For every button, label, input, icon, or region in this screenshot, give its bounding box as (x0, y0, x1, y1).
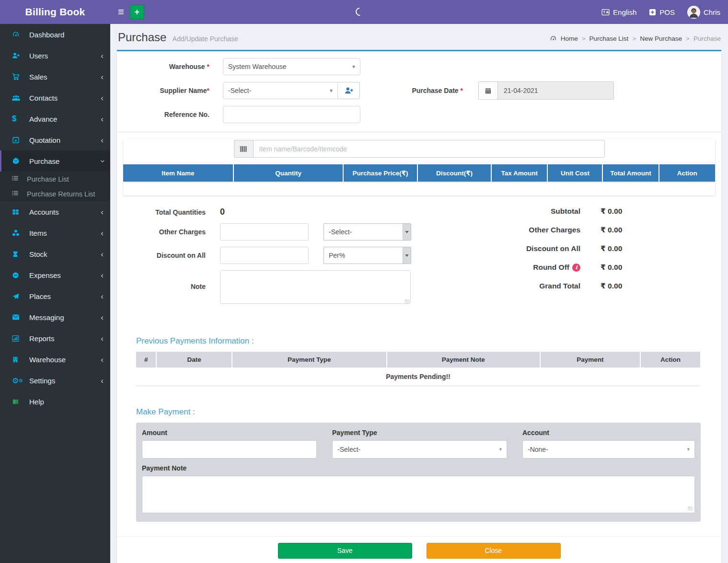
sidebar-item-help[interactable]: Help (0, 391, 110, 412)
sidebar-item-settings[interactable]: ⚙⚙ Settings ‹ (0, 370, 110, 391)
app-logo[interactable]: Billing Book (0, 0, 110, 24)
chevron-left-icon: ‹ (101, 334, 104, 343)
language-menu[interactable]: English (601, 8, 636, 16)
item-search-input[interactable] (253, 140, 605, 158)
page-subtitle: Add/Update Purchase (173, 35, 238, 43)
note-textarea[interactable] (220, 270, 411, 304)
other-charges-type-select[interactable]: -Select- (324, 223, 411, 241)
sidebar-item-reports[interactable]: Reports ‹ (0, 328, 110, 349)
user-plus-icon (344, 86, 354, 95)
payments-header-row: # Date Payment Type Payment Note Payment… (136, 352, 700, 368)
sidebar-subitem-label: Purchase List (27, 175, 69, 183)
supplier-label: Supplier Name* (117, 87, 209, 94)
sidebar-item-sales[interactable]: Sales ‹ (0, 66, 110, 87)
user-menu[interactable]: Chris (687, 6, 720, 19)
sidebar-item-items[interactable]: Items ‹ (0, 222, 110, 243)
sidebar-subitem-purchase-list[interactable]: Purchase List (0, 172, 110, 186)
sidebar-toggle-icon[interactable]: ≡ (118, 7, 124, 17)
sidebar-subitem-purchase-returns-list[interactable]: Purchase Returns List (0, 186, 110, 201)
payment-type-select[interactable]: -Select- ▾ (332, 440, 507, 459)
building-icon (12, 356, 23, 363)
sidebar-item-label: Quotation (29, 136, 60, 144)
sidebar-item-messaging[interactable]: Messaging ‹ (0, 307, 110, 328)
discount-total-value: ₹ 0.00 (601, 244, 650, 253)
sidebar-item-label: Stock (29, 250, 47, 258)
page-title: Purchase (118, 31, 166, 44)
info-icon[interactable]: i (572, 264, 580, 272)
sidebar-item-label: Dashboard (29, 31, 64, 39)
purchase-form-panel: Warehouse * System Warehouse ▾ Supplier … (117, 50, 721, 563)
resize-grip[interactable] (688, 506, 693, 511)
items-table-header-row: Item Name Quantity Purchase Price(₹) Dis… (123, 164, 715, 182)
language-label: English (613, 8, 636, 16)
account-select[interactable]: -None- ▾ (522, 440, 695, 459)
breadcrumb-new-purchase[interactable]: New Purchase (640, 35, 682, 42)
add-supplier-button[interactable] (338, 82, 360, 99)
resize-grip[interactable] (405, 299, 409, 304)
payment-type-value: -Select- (337, 446, 360, 453)
sidebar-item-purchase[interactable]: Purchase ‹ (0, 150, 110, 172)
round-off-value: ₹ 0.00 (601, 263, 650, 272)
sidebar-item-stock[interactable]: Stock ‹ (0, 243, 110, 264)
other-charges-input[interactable] (220, 223, 309, 241)
sidebar-item-users[interactable]: Users ‹ (0, 45, 110, 66)
chevron-left-icon: ‹ (101, 292, 104, 300)
sidebar-item-label: Sales (29, 73, 47, 81)
chevron-left-icon: ‹ (101, 250, 104, 258)
chevron-down-icon: ‹ (98, 160, 106, 162)
breadcrumb-purchase-list[interactable]: Purchase List (589, 35, 629, 42)
make-payment-panel: Amount Payment Type -Select- ▾ Account -… (136, 423, 701, 522)
sidebar-item-expenses[interactable]: Expenses ‹ (0, 264, 110, 286)
sidebar-item-label: Reports (29, 334, 55, 343)
discount-on-all-input[interactable] (220, 247, 309, 264)
warehouse-select[interactable]: System Warehouse ▾ (223, 58, 360, 75)
breadcrumb-home[interactable]: Home (561, 35, 578, 42)
envelope-icon (12, 314, 23, 321)
other-charges-total-label: Other Charges (459, 226, 580, 234)
form-actions: Save Close (117, 536, 721, 563)
required-marker: * (207, 87, 209, 94)
chevron-left-icon: ‹ (101, 377, 104, 385)
save-button[interactable]: Save (278, 543, 412, 559)
col-discount: Discount(₹) (417, 164, 491, 182)
make-payment-grid: Amount Payment Type -Select- ▾ Account -… (142, 429, 695, 459)
supplier-select[interactable]: -Select- ▾ (223, 82, 338, 99)
list-icon (12, 190, 21, 198)
grand-total-row: Grand Total ₹ 0.00 (459, 282, 650, 290)
sidebar-item-label: Expenses (29, 271, 61, 279)
payment-type-field-group: Payment Type -Select- ▾ (332, 429, 507, 459)
sidebar-item-label: Users (29, 52, 48, 60)
topbar-left: ≡ + (110, 0, 144, 24)
quick-add-button[interactable]: + (130, 5, 144, 19)
chevron-left-icon: ‹ (101, 313, 104, 322)
pos-menu[interactable]: POS (649, 8, 675, 16)
amount-input[interactable] (142, 440, 317, 459)
grand-total-value: ₹ 0.00 (601, 282, 650, 290)
chevron-left-icon: ‹ (101, 94, 104, 102)
breadcrumb-separator: > (632, 35, 636, 42)
caret-down-icon (403, 224, 411, 240)
sidebar-item-contacts[interactable]: Contacts ‹ (0, 87, 110, 108)
sidebar-item-advance[interactable]: $ Advance ‹ (0, 108, 110, 129)
reference-input[interactable] (223, 106, 360, 123)
payment-note-textarea[interactable] (142, 476, 695, 513)
purchase-date-input[interactable]: 21-04-2021 (498, 82, 613, 99)
calendar-icon (479, 82, 498, 99)
sidebar-item-warehouse[interactable]: Warehouse ‹ (0, 349, 110, 370)
sidebar-item-accounts[interactable]: Accounts ‹ (0, 201, 110, 222)
close-button[interactable]: Close (427, 543, 561, 559)
sidebar-item-label: Places (29, 292, 51, 300)
language-icon (601, 9, 610, 16)
discount-type-select[interactable]: Per% (324, 247, 411, 264)
chevron-left-icon: ‹ (101, 271, 104, 279)
loading-spinner-icon (354, 6, 366, 18)
sidebar-item-places[interactable]: Places ‹ (0, 286, 110, 307)
supplier-select-value: -Select- (228, 87, 251, 94)
sidebar-item-dashboard[interactable]: Dashboard (0, 24, 110, 45)
chevron-left-icon: ‹ (101, 136, 104, 144)
bar-chart-icon (12, 335, 23, 342)
sidebar-item-label: Messaging (29, 313, 64, 322)
calendar-plus-icon (12, 136, 23, 144)
sidebar-item-quotation[interactable]: Quotation ‹ (0, 129, 110, 150)
hourglass-icon (12, 251, 23, 258)
